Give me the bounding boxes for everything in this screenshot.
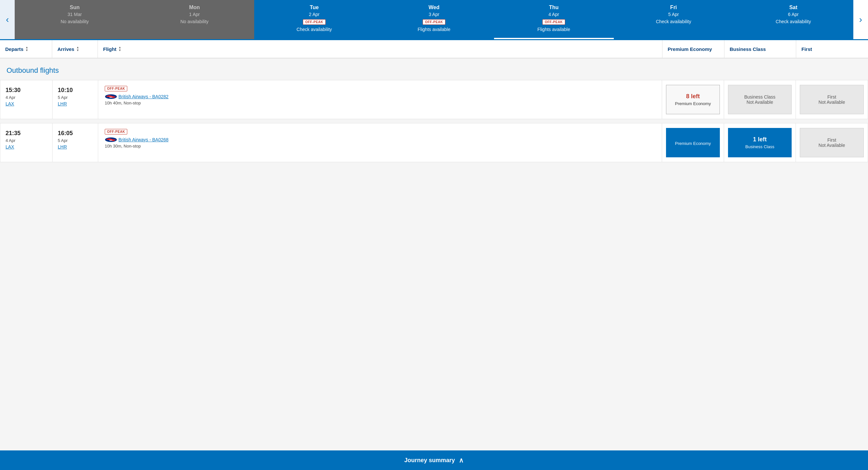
flight-row-flight1: 15:30 4 Apr LAX 10:10 5 Apr LHR OFF-PEAK… xyxy=(0,80,868,119)
first-na-line2-flight2: Not Available xyxy=(818,143,845,148)
svg-text:BA: BA xyxy=(110,96,113,98)
cell-departs-flight2: 21:35 4 Apr LAX xyxy=(0,123,53,162)
day-name-thu: Thu xyxy=(497,5,611,10)
fare-label-prem-flight2: Premium Economy xyxy=(675,141,711,146)
flight-name-link-flight2[interactable]: British Airways - BA0268 xyxy=(119,137,168,142)
day-status-sat: Check availability xyxy=(736,19,851,24)
fare-box-business-flight1: Business Class Not Available xyxy=(728,85,792,114)
date-cells: Sun31 MarNo availabilityMon1 AprNo avail… xyxy=(15,0,853,39)
next-date-arrow[interactable]: › xyxy=(853,0,868,39)
day-name-sat: Sat xyxy=(736,5,851,10)
off-peak-badge-thu: OFF-PEAK xyxy=(542,19,565,25)
flight-info-flight2: 21:35 4 Apr LAX 16:05 5 Apr LHR OFF-PEAK… xyxy=(0,123,662,162)
day-name-mon: Mon xyxy=(137,5,252,10)
fare-cell-first-flight2[interactable]: First Not Available xyxy=(796,123,868,162)
day-status-mon: No availability xyxy=(137,19,252,24)
fare-box-premium-economy-flight1[interactable]: 8 left Premium Economy xyxy=(666,85,720,114)
col-header-first: First xyxy=(796,40,868,58)
arrive-date-flight1: 5 Apr xyxy=(58,95,93,100)
day-status-fri: Check availability xyxy=(616,19,731,24)
day-status-wed: Flights available xyxy=(377,27,491,32)
arrive-time-flight2: 16:05 xyxy=(58,130,93,137)
flight-rows-container: 15:30 4 Apr LAX 10:10 5 Apr LHR OFF-PEAK… xyxy=(0,80,868,162)
col-header-business-class: Business Class xyxy=(724,40,796,58)
depart-time-flight1: 15:30 xyxy=(5,87,47,94)
flight-row-flight2: 21:35 4 Apr LAX 16:05 5 Apr LHR OFF-PEAK… xyxy=(0,123,868,162)
first-na-line2-flight1: Not Available xyxy=(818,99,845,105)
date-cell-wed[interactable]: Wed3 AprOFF-PEAKFlights available xyxy=(374,0,494,39)
day-date-tue: 2 Apr xyxy=(257,12,371,17)
table-header: Departs ▲▼ Arrives ▲▼ Flight ▲▼ Premium … xyxy=(0,40,868,58)
fare-box-first-flight2: First Not Available xyxy=(800,128,864,157)
biz-count-flight2: 1 left xyxy=(753,136,767,143)
depart-airport-flight1[interactable]: LAX xyxy=(5,101,14,106)
date-cell-thu[interactable]: Thu4 AprOFF-PEAKFlights available xyxy=(494,0,614,39)
prev-date-arrow[interactable]: ‹ xyxy=(0,0,15,39)
departs-sort-icon[interactable]: ▲▼ xyxy=(26,46,28,52)
col-header-departs[interactable]: Departs ▲▼ xyxy=(0,40,52,58)
flight-duration-flight2: 10h 30m, Non-stop xyxy=(105,144,655,149)
day-status-thu: Flights available xyxy=(497,27,611,32)
fare-box-business-flight2[interactable]: 1 left Business Class xyxy=(728,128,792,157)
arrive-airport-flight1[interactable]: LHR xyxy=(58,101,67,106)
arrive-airport-flight2[interactable]: LHR xyxy=(58,144,67,150)
date-cell-fri[interactable]: Fri5 AprCheck availability xyxy=(614,0,734,39)
arrive-time-flight1: 10:10 xyxy=(58,87,93,94)
fare-cell-prem-flight2[interactable]: Premium Economy xyxy=(662,123,724,162)
col-header-premium-economy: Premium Economy xyxy=(662,40,724,58)
biz-na-line1-flight1: Business Class xyxy=(744,94,776,99)
svg-text:BA: BA xyxy=(110,139,113,141)
fare-cell-first-flight1[interactable]: First Not Available xyxy=(796,80,868,119)
ba-logo-flight2: BA xyxy=(105,137,117,142)
cell-arrives-flight2: 16:05 5 Apr LHR xyxy=(53,123,98,162)
flight-duration-flight1: 10h 40m, Non-stop xyxy=(105,100,655,105)
ba-logo-flight1: BA xyxy=(105,94,117,99)
depart-date-flight1: 4 Apr xyxy=(5,95,47,100)
off-peak-badge-flight-flight1: OFF-PEAK xyxy=(105,86,127,91)
biz-na-line2-flight1: Not Available xyxy=(747,99,773,105)
cell-flight-flight2: OFF-PEAK BA British Airways - BA0268 10h… xyxy=(98,123,662,162)
airline-row-flight2: BA British Airways - BA0268 xyxy=(105,137,655,142)
off-peak-badge-tue: OFF-PEAK xyxy=(303,19,326,25)
day-date-fri: 5 Apr xyxy=(616,12,731,17)
day-date-thu: 4 Apr xyxy=(497,12,611,17)
day-name-sun: Sun xyxy=(17,5,132,10)
off-peak-badge-wed: OFF-PEAK xyxy=(423,19,445,25)
cell-flight-flight1: OFF-PEAK BA British Airways - BA0282 10h… xyxy=(98,80,662,119)
day-date-sun: 31 Mar xyxy=(17,12,132,17)
off-peak-badge-flight-flight2: OFF-PEAK xyxy=(105,129,127,134)
col-header-arrives[interactable]: Arrives ▲▼ xyxy=(52,40,98,58)
fare-count-flight1: 8 left xyxy=(686,93,700,100)
date-cell-mon[interactable]: Mon1 AprNo availability xyxy=(134,0,254,39)
arrive-date-flight2: 5 Apr xyxy=(58,138,93,143)
fare-cell-biz-flight1[interactable]: Business Class Not Available xyxy=(724,80,796,119)
arrives-sort-icon[interactable]: ▲▼ xyxy=(76,46,79,52)
date-cell-sat[interactable]: Sat6 AprCheck availability xyxy=(734,0,853,39)
day-name-fri: Fri xyxy=(616,5,731,10)
fare-cell-biz-flight2[interactable]: 1 left Business Class xyxy=(724,123,796,162)
col-header-flight[interactable]: Flight ▲▼ xyxy=(98,40,662,58)
airline-row-flight1: BA British Airways - BA0282 xyxy=(105,94,655,99)
first-na-line1-flight2: First xyxy=(827,137,836,143)
date-cell-tue[interactable]: Tue2 AprOFF-PEAKCheck availability xyxy=(254,0,374,39)
day-date-sat: 6 Apr xyxy=(736,12,851,17)
fare-cell-prem-flight1[interactable]: 8 left Premium Economy xyxy=(662,80,724,119)
outbound-flights-heading: Outbound flights xyxy=(0,58,868,80)
depart-time-flight2: 21:35 xyxy=(5,130,47,137)
flight-name-link-flight1[interactable]: British Airways - BA0282 xyxy=(119,94,168,99)
depart-date-flight2: 4 Apr xyxy=(5,138,47,143)
date-cell-sun[interactable]: Sun31 MarNo availability xyxy=(15,0,134,39)
fare-box-first-flight1: First Not Available xyxy=(800,85,864,114)
fare-label-prem-flight1: Premium Economy xyxy=(675,101,711,106)
day-name-wed: Wed xyxy=(377,5,491,10)
day-date-wed: 3 Apr xyxy=(377,12,491,17)
flight-sort-icon[interactable]: ▲▼ xyxy=(119,46,121,52)
day-status-sun: No availability xyxy=(17,19,132,24)
fare-box-premium-economy-flight2[interactable]: Premium Economy xyxy=(666,128,720,157)
first-na-line1-flight1: First xyxy=(827,94,836,99)
biz-label-flight2: Business Class xyxy=(745,144,774,149)
flight-info-flight1: 15:30 4 Apr LAX 10:10 5 Apr LHR OFF-PEAK… xyxy=(0,80,662,119)
date-navigation: ‹ Sun31 MarNo availabilityMon1 AprNo ava… xyxy=(0,0,868,40)
depart-airport-flight2[interactable]: LAX xyxy=(5,144,14,150)
day-name-tue: Tue xyxy=(257,5,371,10)
